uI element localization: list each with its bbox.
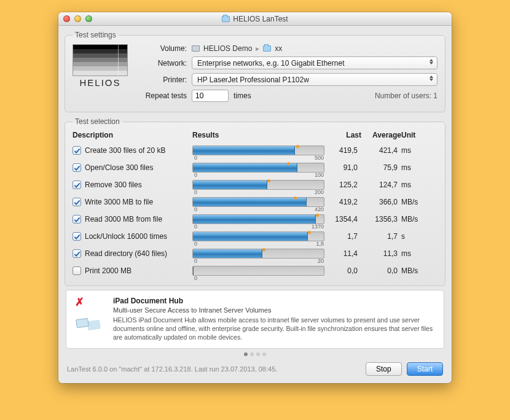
test-label: Read directory (640 files) [85,249,167,258]
unit-value: s [401,232,432,241]
repeat-label: Repeat tests [136,91,187,100]
zoom-icon[interactable] [85,15,92,22]
unit-value: MB/s [401,215,432,224]
promo-title: iPad Document Hub [113,297,436,305]
test-checkbox[interactable] [73,181,81,189]
last-value: 419,5 [324,146,361,155]
avg-value: 1,7 [361,232,401,241]
table-row: Lock/Unlock 16000 times01,81,71,7s [73,228,437,245]
result-bar: 01,8 [192,231,324,241]
result-bar: 0 [192,266,324,276]
table-row: Open/Close 300 files010091,075,9ms [73,159,437,176]
settings-legend: Test settings [73,31,119,39]
avg-value: 75,9 [361,163,401,172]
disk-icon [192,45,200,52]
result-bar: 01370 [192,214,324,224]
unit-value: MB/s [401,198,432,206]
unit-value: MB/s [401,266,432,275]
test-checkbox[interactable] [73,146,81,155]
minimize-icon[interactable] [74,15,81,22]
app-window: HELIOS LanTest Test settings HELIOS Volu… [58,12,452,383]
result-bar: 020 [192,249,324,259]
last-value: 125,2 [324,181,361,189]
table-row: Remove 300 files0200125,2124,7ms [73,176,437,193]
unit-value: ms [401,146,432,155]
avg-value: 124,7 [361,181,401,189]
status-text: LanTest 6.0.0 on "macht" at 172.16.3.218… [67,365,361,373]
folder-icon [222,16,230,22]
selection-legend: Test selection [73,117,122,126]
table-row: Print 2000 MB00,00,0MB/s [73,262,437,279]
close-icon[interactable] [63,15,70,22]
volume-label: Volume: [136,44,187,53]
result-bar: 0420 [192,197,324,207]
last-value: 0,0 [324,266,361,275]
start-button[interactable]: Start [407,362,443,376]
unit-value: ms [401,249,432,258]
test-label: Create 300 files of 20 kB [85,146,165,155]
test-checkbox[interactable] [73,163,81,172]
repeat-suffix: times [233,91,251,100]
test-checkbox[interactable] [73,266,81,275]
test-checkbox[interactable] [73,249,81,258]
test-label: Read 3000 MB from file [85,215,162,224]
test-label: Open/Close 300 files [85,163,153,172]
network-label: Network: [136,59,187,68]
stop-button[interactable]: Stop [366,362,402,376]
promo-subtitle: Multi-user Secure Access to Intranet Ser… [113,306,436,314]
table-row: Write 3000 MB to file0420419,2366,0MB/s [73,193,437,211]
network-select[interactable]: Enterprise networks, e.g. 10 Gigabit Eth… [192,56,437,69]
table-row: Read 3000 MB from file013701354,41356,3M… [73,211,437,228]
col-description: Description [73,131,192,139]
titlebar: HELIOS LanTest [58,12,452,26]
promo-panel: ✗ iPad Document Hub Multi-user Secure Ac… [66,290,444,349]
result-bar: 0200 [192,180,324,190]
test-selection-group: Test selection Description Results Last … [65,117,445,286]
test-label: Remove 300 files [85,181,142,189]
helios-logo: HELIOS [73,44,128,88]
pager[interactable] [58,352,452,356]
table-row: Create 300 files of 20 kB0500419,5421,4m… [73,142,437,159]
test-label: Lock/Unlock 16000 times [85,232,167,241]
last-value: 419,2 [324,198,361,206]
result-bar: 0100 [192,163,324,173]
avg-value: 11,3 [361,249,401,258]
test-checkbox[interactable] [73,198,81,206]
col-results: Results [192,131,324,139]
chevron-right-icon: ▸ [256,44,259,53]
col-average: Average [361,131,401,139]
avg-value: 0,0 [361,266,401,275]
last-value: 1354,4 [324,215,361,224]
avg-value: 1356,3 [361,215,401,224]
unit-value: ms [401,181,432,189]
volume-breadcrumb[interactable]: HELIOS Demo ▸ xx [192,44,437,53]
test-checkbox[interactable] [73,232,81,241]
result-bar: 0500 [192,146,324,155]
window-title: HELIOS LanTest [233,15,288,23]
repeat-input[interactable] [192,90,229,102]
chevron-up-down-icon [430,76,433,81]
avg-value: 421,4 [361,146,401,155]
last-value: 11,4 [324,249,361,258]
chevron-up-down-icon [430,59,433,64]
last-value: 91,0 [324,163,361,172]
promo-body: HELIOS iPad Document Hub allows mobile a… [113,316,436,342]
test-label: Write 3000 MB to file [85,198,153,206]
test-checkbox[interactable] [73,215,81,224]
users-count: Number of users: 1 [375,91,437,100]
col-last: Last [324,131,361,139]
test-settings-group: Test settings HELIOS Volume: HELIOS Demo… [65,31,445,112]
printer-label: Printer: [136,76,187,84]
promo-icon: ✗ [74,297,106,329]
folder-icon [263,45,271,52]
test-label: Print 2000 MB [85,266,131,275]
col-unit: Unit [401,131,432,139]
last-value: 1,7 [324,232,361,241]
printer-select[interactable]: HP LaserJet Professional P1102w [192,73,437,86]
unit-value: ms [401,163,432,172]
avg-value: 366,0 [361,198,401,206]
table-row: Read directory (640 files)02011,411,3ms [73,245,437,262]
